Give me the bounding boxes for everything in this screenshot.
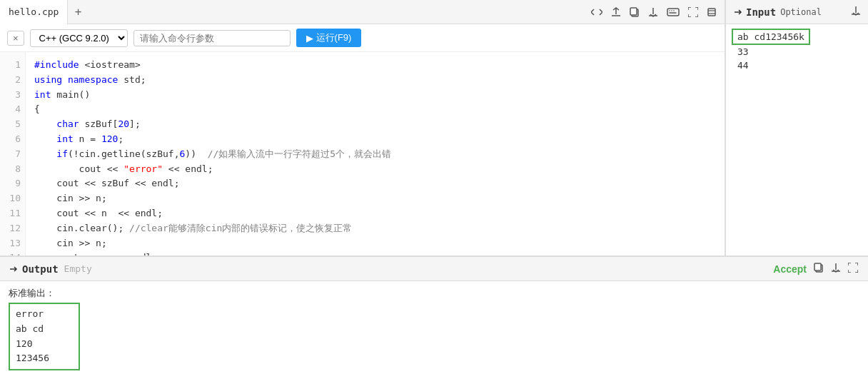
svg-rect-7 xyxy=(708,9,715,16)
command-input[interactable] xyxy=(133,30,291,46)
input-line-44: 44 xyxy=(732,59,862,72)
editor-panel: hello.cpp + xyxy=(0,0,725,256)
line-numbers: 1 2 3 4 5 6 7 8 9 10 11 12 13 14 15 16 xyxy=(0,52,26,256)
svg-rect-11 xyxy=(814,263,821,271)
add-tab-button[interactable]: + xyxy=(68,0,88,24)
stdout-line-2: ab cd xyxy=(16,322,73,337)
input-header: Input Optional xyxy=(726,0,868,24)
optional-badge: Optional xyxy=(780,7,822,17)
copy-icon[interactable] xyxy=(627,5,642,19)
fullscreen-icon[interactable] xyxy=(686,5,700,19)
run-label: 运行(F9) xyxy=(316,31,352,44)
close-button[interactable]: × xyxy=(7,31,24,46)
download-icon[interactable] xyxy=(646,5,660,19)
language-select[interactable]: C++ (GCC 9.2.0) C (GCC 9.2.0) Java Pytho… xyxy=(30,29,128,47)
output-download-icon[interactable] xyxy=(829,261,842,276)
accept-button[interactable]: Accept xyxy=(773,263,807,275)
code-area: 1 2 3 4 5 6 7 8 9 10 11 12 13 14 15 16 #… xyxy=(0,52,725,256)
code-editor[interactable]: #include <iostream> using namespace std;… xyxy=(26,52,725,256)
tab-icon-group xyxy=(589,5,725,19)
code-view-icon[interactable] xyxy=(589,5,605,19)
input-download-icon[interactable] xyxy=(851,6,861,18)
stdout-line-3: 120 xyxy=(16,337,73,352)
svg-rect-1 xyxy=(630,8,637,15)
output-header: Output Empty Accept xyxy=(0,257,868,281)
tab-bar: hello.cpp + xyxy=(0,0,725,24)
output-label: Output xyxy=(22,263,59,275)
stdout-line-1: error xyxy=(16,307,73,322)
input-panel: Input Optional ab cd123456k 33 44 xyxy=(725,0,868,256)
file-tab[interactable]: hello.cpp xyxy=(0,0,68,24)
input-title: Input xyxy=(733,6,776,18)
svg-rect-2 xyxy=(667,9,679,16)
input-value[interactable]: ab cd123456k xyxy=(732,29,810,45)
toolbar: × C++ (GCC 9.2.0) C (GCC 9.2.0) Java Pyt… xyxy=(0,24,725,52)
output-icon-group xyxy=(812,261,859,276)
output-title: Output xyxy=(9,263,59,275)
upload-icon[interactable] xyxy=(609,5,623,19)
input-arrow-icon xyxy=(733,7,743,17)
stdout-line-4: 123456 xyxy=(16,351,73,366)
tab-filename: hello.cpp xyxy=(9,6,59,17)
output-fullscreen-icon[interactable] xyxy=(847,261,859,276)
input-content: ab cd123456k 33 44 xyxy=(726,24,868,256)
keyboard-icon[interactable] xyxy=(665,6,682,19)
stdout-label: 标准输出： xyxy=(9,287,859,300)
input-line-33: 33 xyxy=(732,45,862,59)
stdout-box: error ab cd 120 123456 xyxy=(9,303,80,370)
top-section: hello.cpp + xyxy=(0,0,868,256)
output-section: Output Empty Accept 标准输出： error ab cd 12… xyxy=(0,256,868,374)
settings-icon[interactable] xyxy=(705,5,719,19)
output-arrow-icon xyxy=(9,264,19,274)
play-icon xyxy=(306,33,313,44)
input-label: Input xyxy=(746,6,776,18)
empty-badge: Empty xyxy=(64,263,92,274)
output-body: 标准输出： error ab cd 120 123456 xyxy=(0,281,868,374)
run-button[interactable]: 运行(F9) xyxy=(296,29,362,47)
output-copy-icon[interactable] xyxy=(812,261,825,276)
